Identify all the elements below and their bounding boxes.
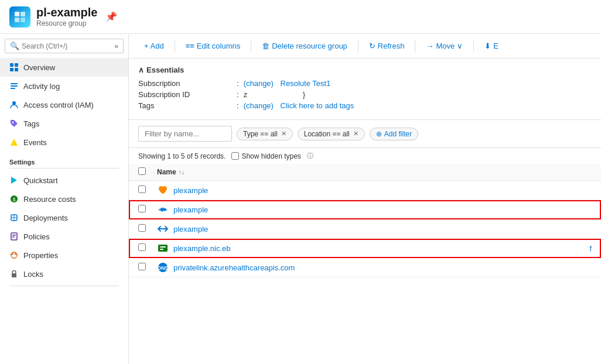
iam-icon (9, 100, 19, 109)
table-row[interactable]: plexample (129, 219, 601, 239)
show-hidden-label[interactable]: Show hidden types (231, 152, 300, 160)
row-4-suffix: f (589, 244, 592, 253)
table-row[interactable]: </> plexample (129, 200, 601, 219)
toolbar-sep-3 (358, 40, 358, 52)
sidebar-item-locks[interactable]: Locks (0, 265, 128, 283)
resources-table: Name ↑↓ plexample </> (129, 164, 601, 364)
sidebar-deployments-label: Deployments (23, 214, 68, 222)
row-3-name[interactable]: plexample (173, 225, 592, 233)
row-2-checkbox[interactable] (138, 205, 146, 212)
svg-text:</>: </> (158, 206, 168, 213)
row-5-name[interactable]: privatelink.azurehealthcareapis.com (173, 263, 592, 272)
type-filter-close-icon[interactable]: ✕ (281, 130, 286, 138)
table-row[interactable]: plexample.nic.eb f (129, 239, 601, 258)
row-4-name[interactable]: plexample.nic.eb (173, 244, 583, 253)
subscription-change-link[interactable]: (change) (244, 79, 274, 88)
edit-columns-button[interactable]: ≡≡ Edit columns (180, 39, 247, 53)
sort-icon[interactable]: ↑↓ (179, 169, 185, 176)
sidebar-item-iam[interactable]: Access control (IAM) (0, 95, 128, 114)
records-info: Showing 1 to 5 of 5 records. (138, 152, 226, 160)
row-5-checkbox[interactable] (138, 263, 146, 270)
edit-columns-icon: ≡≡ (186, 42, 194, 50)
type-filter-label: Type == all (243, 130, 278, 138)
row-2-checkbox-col (138, 205, 152, 214)
row-4-checkbox-col (138, 243, 152, 253)
show-hidden-checkbox[interactable] (231, 152, 239, 160)
essentials-collapse-icon[interactable]: ∧ (138, 66, 144, 74)
move-button[interactable]: → Move ∨ (420, 39, 469, 53)
delete-button[interactable]: 🗑 Delete resource group (256, 39, 353, 53)
svg-point-11 (12, 101, 16, 105)
add-button[interactable]: + Add (138, 39, 170, 53)
sidebar-activity-label: Activity log (23, 82, 60, 91)
export-button[interactable]: ⬇ E (479, 39, 504, 53)
row-1-name[interactable]: plexample (173, 186, 592, 195)
content-area: + Add ≡≡ Edit columns 🗑 Delete resource … (129, 34, 601, 364)
select-all-checkbox[interactable] (138, 167, 146, 175)
subscription-id-end: } (303, 90, 305, 99)
location-filter-close-icon[interactable]: ✕ (353, 130, 358, 138)
activity-log-icon (9, 81, 19, 91)
sidebar-item-quickstart[interactable]: Quickstart (0, 171, 128, 190)
sidebar-iam-label: Access control (IAM) (23, 101, 94, 109)
svg-rect-7 (15, 68, 18, 71)
search-box[interactable]: 🔍 » (5, 39, 124, 53)
tags-change-link[interactable]: (change) (244, 101, 274, 110)
filter-by-name-input[interactable] (138, 126, 232, 142)
svg-rect-1 (21, 12, 25, 16)
svg-rect-8 (11, 83, 18, 84)
svg-rect-19 (12, 236, 15, 238)
tags-add-link[interactable]: Click here to add tags (281, 101, 354, 110)
row-4-checkbox[interactable] (138, 243, 146, 251)
tags-icon (9, 119, 19, 128)
svg-rect-9 (11, 85, 18, 87)
top-header: pl-example Resource group 📌 (0, 0, 601, 34)
app-icon (9, 6, 30, 28)
table-row[interactable]: DNS privatelink.azurehealthcareapis.com (129, 258, 601, 277)
sidebar-item-policies[interactable]: Policies (0, 227, 128, 246)
collapse-icon[interactable]: » (114, 42, 118, 50)
sidebar-item-deployments[interactable]: Deployments (0, 208, 128, 227)
sidebar-item-tags[interactable]: Tags (0, 114, 128, 133)
type-filter-tag[interactable]: Type == all ✕ (237, 128, 293, 140)
sidebar-item-properties[interactable]: Properties (0, 246, 128, 265)
deployments-icon (9, 213, 19, 222)
table-row[interactable]: plexample (129, 181, 601, 200)
toolbar-sep-2 (251, 40, 251, 52)
sidebar-quickstart-label: Quickstart (23, 176, 58, 185)
main-layout: 🔍 » Overview Activity log Access control… (0, 34, 601, 364)
row-3-checkbox[interactable] (138, 224, 146, 232)
pin-icon[interactable]: 📌 (105, 11, 117, 22)
svg-rect-3 (21, 18, 25, 22)
add-filter-button[interactable]: ⊕ Add filter (370, 128, 418, 140)
add-filter-plus-icon: ⊕ (376, 130, 382, 138)
row-2-name[interactable]: plexample (173, 205, 592, 214)
resource-group-title: pl-example (36, 6, 97, 19)
sidebar-item-overview[interactable]: Overview (0, 58, 128, 77)
quickstart-icon (9, 176, 19, 185)
row-3-checkbox-col (138, 224, 152, 233)
show-hidden-info-icon[interactable]: ⓘ (307, 152, 313, 160)
settings-section-label: Settings (0, 152, 128, 168)
subscription-name-link[interactable]: Resolute Test1 (281, 79, 331, 88)
header-checkbox-col (138, 167, 152, 177)
sidebar-item-resource-costs[interactable]: $ Resource costs (0, 190, 128, 208)
header-title-group: pl-example Resource group (36, 6, 97, 28)
svg-rect-23 (158, 245, 168, 252)
row-1-checkbox[interactable] (138, 186, 146, 193)
tags-label: Tags (138, 101, 232, 110)
search-input[interactable] (22, 42, 112, 50)
subscription-label: Subscription (138, 79, 232, 88)
subscription-id-label: Subscription ID (138, 90, 232, 99)
sidebar-item-events[interactable]: Events (0, 133, 128, 152)
sidebar-item-activity-log[interactable]: Activity log (0, 77, 128, 95)
toolbar-sep-4 (415, 40, 415, 52)
toolbar: + Add ≡≡ Edit columns 🗑 Delete resource … (129, 34, 601, 59)
sidebar-properties-label: Properties (23, 251, 58, 260)
essentials-header: ∧ Essentials (138, 66, 592, 74)
refresh-button[interactable]: ↻ Refresh (363, 39, 411, 53)
subscription-value-group: (change) Resolute Test1 (244, 79, 331, 88)
show-hidden-text: Show hidden types (241, 152, 300, 160)
location-filter-tag[interactable]: Location == all ✕ (298, 128, 365, 140)
subscription-row: Subscription : (change) Resolute Test1 (138, 79, 592, 88)
